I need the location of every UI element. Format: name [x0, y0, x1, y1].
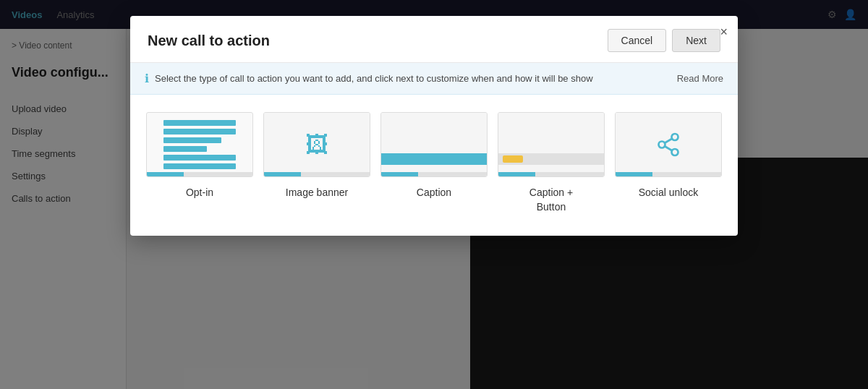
caption-illustration — [381, 113, 487, 176]
optin-line-6 — [163, 163, 237, 169]
card-optin-label: Opt-in — [186, 186, 213, 200]
modal-info-bar: ℹ Select the type of call to action you … — [130, 63, 738, 95]
caption-timeline — [381, 172, 487, 176]
optin-timeline — [147, 172, 252, 176]
card-image-banner[interactable]: 🖼 Image banner — [263, 112, 370, 214]
card-caption-preview — [380, 112, 488, 177]
caption-timeline-progress — [381, 172, 418, 176]
caption-bar — [381, 153, 487, 165]
card-caption-button-preview — [498, 112, 605, 177]
card-social-unlock-label: Social unlock — [639, 186, 699, 200]
modal-header: New call to action Cancel Next — [130, 16, 738, 63]
share-icon — [655, 132, 681, 158]
caption-button-timeline-progress — [498, 172, 535, 176]
social-unlock-illustration — [616, 113, 721, 176]
caption-button-timeline — [498, 172, 604, 176]
card-caption-button-label: Caption + Button — [529, 186, 573, 214]
optin-timeline-progress — [147, 172, 184, 176]
card-optin[interactable]: Opt-in — [146, 112, 253, 214]
next-button[interactable]: Next — [672, 29, 720, 52]
card-social-unlock-preview — [615, 112, 722, 177]
optin-line-2 — [163, 129, 237, 134]
social-unlock-timeline — [616, 172, 721, 176]
card-optin-preview — [146, 112, 253, 177]
modal-title: New call to action — [148, 33, 270, 49]
card-image-banner-preview: 🖼 — [263, 112, 370, 177]
info-icon: ℹ — [145, 72, 149, 85]
card-social-unlock[interactable]: Social unlock — [615, 112, 722, 214]
optin-lines — [163, 120, 237, 169]
read-more-link[interactable]: Read More — [677, 73, 723, 84]
optin-line-3 — [163, 137, 222, 143]
modal-info-text: Select the type of call to action you wa… — [155, 73, 593, 84]
svg-line-3 — [665, 146, 672, 150]
caption-button-illustration — [498, 113, 604, 176]
modal-new-cta: × New call to action Cancel Next ℹ Selec… — [130, 16, 738, 236]
card-caption-button[interactable]: Caption + Button — [498, 112, 605, 214]
optin-illustration — [147, 113, 252, 176]
image-banner-timeline — [264, 172, 370, 176]
optin-line-1 — [163, 120, 237, 126]
card-caption[interactable]: Caption — [380, 112, 488, 214]
modal-info-text-area: ℹ Select the type of call to action you … — [145, 72, 593, 85]
optin-line-4 — [163, 146, 207, 152]
caption-btn-inner — [503, 155, 523, 163]
image-banner-timeline-progress — [264, 172, 301, 176]
close-button[interactable]: × — [720, 25, 728, 40]
card-image-banner-label: Image banner — [286, 186, 348, 200]
social-unlock-timeline-progress — [616, 172, 652, 176]
optin-line-5 — [163, 155, 237, 161]
svg-line-4 — [665, 139, 672, 143]
modal-header-actions: Cancel Next — [608, 29, 720, 52]
caption-btn-bar — [498, 153, 604, 165]
image-banner-illustration: 🖼 — [264, 113, 370, 176]
modal-body: Opt-in 🖼 Image banner — [130, 95, 738, 236]
card-caption-label: Caption — [417, 186, 451, 200]
image-icon: 🖼 — [305, 132, 328, 158]
cancel-button[interactable]: Cancel — [608, 29, 667, 52]
